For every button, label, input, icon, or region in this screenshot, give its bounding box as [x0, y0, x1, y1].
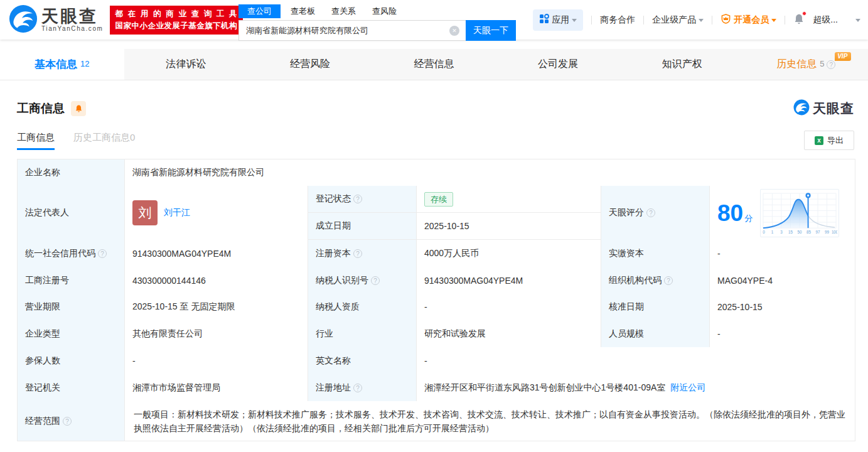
- apps-grid-icon: [539, 14, 549, 26]
- search-tab-risk[interactable]: 查风险: [366, 4, 403, 18]
- tianyancha-logo[interactable]: 天眼查 TianYanCha.com: [9, 4, 104, 36]
- crown-icon: [721, 14, 731, 26]
- tab-label: 历史信息: [776, 58, 817, 71]
- curve-filled: [763, 199, 835, 227]
- score-distribution-chart: 0 1 3 15 50 85 97 99 100: [760, 189, 839, 237]
- search-button[interactable]: 天眼一下: [466, 20, 516, 41]
- legal-rep-link[interactable]: 刘干江: [164, 207, 190, 218]
- bell-icon: [75, 104, 83, 113]
- chart-x-ticks: 0 1 3 15 50 85 97 99 100: [763, 229, 837, 234]
- field-label: 营业期限: [18, 294, 125, 320]
- section-title: 工商信息: [17, 100, 65, 117]
- logo-domain: TianYanCha.com: [41, 25, 104, 33]
- address-value: 湘潭经开区和平街道东风路31号创新创业中心1号楼401-09A室: [424, 382, 665, 394]
- help-icon[interactable]: [353, 195, 362, 203]
- search-tab-relation[interactable]: 查关系: [325, 4, 362, 18]
- export-button[interactable]: 导出: [804, 131, 854, 150]
- notification-dot: [802, 11, 806, 16]
- subtab-history-business-info[interactable]: 历史工商信息0: [73, 132, 135, 150]
- legal-rep-cell: 刘 刘干江: [125, 186, 308, 240]
- help-icon[interactable]: [371, 276, 380, 285]
- vip-badge: VIP: [835, 52, 851, 61]
- insured-value: -: [125, 347, 308, 374]
- field-label: 工商注册号: [18, 267, 125, 294]
- nav-divider: [712, 16, 712, 24]
- paid-capital-value: -: [710, 240, 855, 267]
- business-term-value: 2025-10-15 至 无固定期限: [125, 294, 308, 320]
- svg-text:100: 100: [832, 229, 837, 234]
- status-badge: 存续: [424, 192, 453, 207]
- reg-capital-value: 4000万人民币: [417, 240, 601, 267]
- nav-open-vip[interactable]: 开通会员: [721, 14, 776, 26]
- table-row: 工商注册号 430300000144146 纳税人识别号 91430300MAG…: [18, 267, 855, 294]
- field-label: 参保人数: [18, 347, 125, 374]
- tab-legal-litigation[interactable]: 法律诉讼: [124, 49, 249, 80]
- search-tab-boss[interactable]: 查老板: [284, 4, 321, 18]
- field-label: 纳税人识别号: [308, 267, 417, 294]
- nav-enterprise-products[interactable]: 企业级产品: [652, 14, 704, 26]
- tab-basic-info[interactable]: 基本信息 12: [0, 49, 124, 80]
- search-tab-company[interactable]: 查公司: [238, 4, 281, 18]
- tab-count: 12: [80, 59, 89, 68]
- tab-intellectual-property[interactable]: 知识产权: [620, 49, 744, 80]
- org-code-value: MAG04YPE-4: [710, 267, 855, 294]
- chevron-down-icon: [572, 19, 577, 22]
- help-icon[interactable]: [63, 417, 72, 426]
- table-row: 营业期限 2025-10-15 至 无固定期限 纳税人资质 - 核准日期 202…: [18, 294, 855, 320]
- export-label: 导出: [827, 135, 844, 146]
- notifications-button[interactable]: [793, 13, 805, 27]
- table-row: 参保人数 - 英文名称 -: [18, 347, 855, 374]
- field-label: 企业类型: [18, 320, 125, 347]
- tab-label: 公司发展: [538, 58, 578, 71]
- help-icon[interactable]: [827, 60, 835, 69]
- field-label: 实缴资本: [601, 240, 710, 267]
- field-label: 天眼评分: [601, 186, 710, 240]
- promo-line-1: 都在用的商业查询工具: [115, 8, 237, 20]
- field-label: 登记机关: [18, 374, 125, 401]
- excel-icon: [815, 136, 823, 145]
- score-value: 80: [717, 200, 743, 226]
- svg-text:85: 85: [806, 229, 811, 234]
- tab-operational-risk[interactable]: 经营风险: [248, 49, 372, 80]
- nearby-companies-link[interactable]: 附近公司: [670, 382, 705, 394]
- field-label: 经营范围: [18, 401, 125, 441]
- clear-search-icon[interactable]: [449, 26, 459, 36]
- avatar[interactable]: 刘: [132, 200, 158, 225]
- promo-banner: 都在用的商业查询工具 国家中小企业发展子基金旗下机构: [110, 6, 243, 35]
- nav-cooperation[interactable]: 商务合作: [600, 14, 635, 26]
- tab-company-development[interactable]: 公司发展: [496, 49, 620, 80]
- nav-account-menu[interactable]: 超级...: [813, 14, 860, 26]
- subtab-business-info[interactable]: 工商信息: [17, 132, 55, 150]
- search-input[interactable]: [238, 20, 466, 41]
- header-spacer: [0, 40, 868, 49]
- apps-menu[interactable]: 应用: [533, 9, 583, 31]
- help-icon[interactable]: [353, 384, 362, 392]
- english-name-value: -: [417, 347, 855, 374]
- tab-business-info[interactable]: 经营信息: [372, 49, 496, 80]
- field-label: 人员规模: [601, 320, 710, 347]
- chevron-down-icon: [699, 19, 704, 22]
- field-label: 组织机构代码: [601, 267, 710, 294]
- staff-size-value: -: [710, 320, 855, 347]
- score-unit: 分: [744, 213, 753, 223]
- tab-count: 5: [820, 59, 824, 68]
- credit-code-value: 91430300MAG04YPE4M: [125, 240, 308, 267]
- svg-text:0: 0: [763, 229, 765, 234]
- field-label: 行业: [308, 320, 417, 347]
- tab-label: 法律诉讼: [166, 58, 206, 71]
- table-row: 企业名称 湖南省新能源材料研究院有限公司: [18, 159, 855, 186]
- top-nav: 应用 商务合作 企业级产品 开通会员: [533, 9, 860, 31]
- approval-date-value: 2025-10-15: [710, 294, 855, 320]
- field-label: 成立日期: [308, 213, 417, 239]
- help-icon[interactable]: [353, 249, 362, 258]
- help-icon[interactable]: [646, 208, 655, 217]
- taxpayer-quality-value: -: [417, 294, 601, 320]
- score-cell: 80分: [710, 186, 855, 240]
- help-icon[interactable]: [98, 249, 107, 258]
- promo-line-2: 国家中小企业发展子基金旗下机构: [115, 20, 237, 32]
- help-icon[interactable]: [664, 276, 673, 285]
- search-box: 查公司 查老板 查关系 查风险 天眼一下: [238, 4, 516, 41]
- tab-history-info[interactable]: VIP 历史信息 5: [744, 49, 868, 80]
- subscribe-bell-button[interactable]: [71, 101, 86, 116]
- field-label: 英文名称: [308, 347, 417, 374]
